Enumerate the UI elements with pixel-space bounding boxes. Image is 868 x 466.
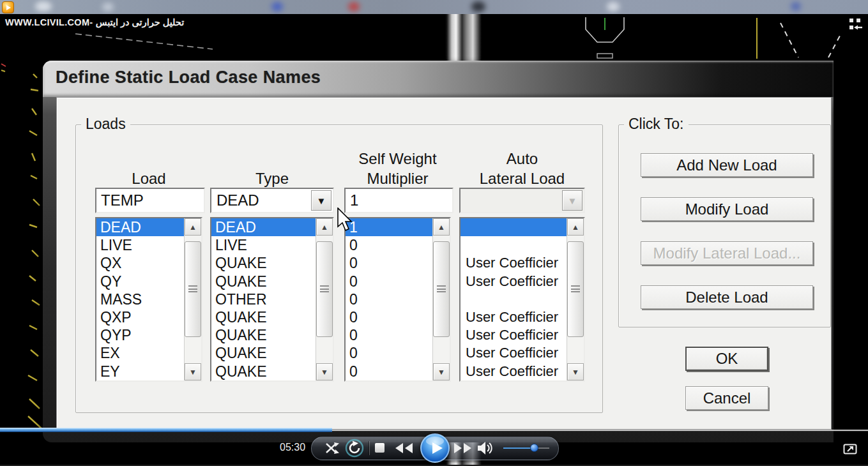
swm-list-item[interactable]: 0 — [346, 363, 433, 380]
type-list-item[interactable]: QUAKE — [211, 363, 316, 380]
player-app-icon[interactable] — [2, 1, 14, 13]
self-weight-multiplier-input[interactable] — [344, 188, 453, 213]
volume-mute-button[interactable] — [478, 441, 496, 455]
swm-list-item[interactable]: 0 — [346, 344, 433, 362]
scroll-down-icon[interactable]: ▼ — [185, 363, 201, 380]
column-header-auto-lateral-load: Auto Lateral Load — [459, 149, 585, 188]
scrollbar-thumb[interactable] — [316, 241, 333, 337]
auto-list-item[interactable]: User Coefficier — [461, 326, 567, 344]
swm-list-item[interactable]: 0 — [346, 290, 433, 308]
scroll-down-icon[interactable]: ▼ — [316, 363, 333, 380]
swm-list-item[interactable]: 0 — [346, 254, 433, 272]
titlebar-blur-decor — [35, 1, 52, 11]
load-list-scrollbar[interactable]: ▲ ▼ — [184, 218, 201, 380]
ok-button[interactable]: OK — [685, 347, 768, 371]
scroll-up-icon[interactable]: ▲ — [433, 218, 450, 236]
auto-lateral-load-combobox-disabled: ▼ — [459, 188, 585, 213]
click-to-button[interactable]: Modify Load — [641, 197, 813, 221]
volume-slider[interactable] — [503, 447, 549, 449]
scrollbar-thumb[interactable] — [567, 241, 584, 337]
scrollbar-thumb[interactable] — [433, 241, 450, 337]
auto-list-item[interactable]: User Coefficier — [461, 273, 567, 290]
load-listbox[interactable]: DEADLIVEQXQYMASSQXPQYPEXEY ▲ ▼ — [95, 217, 202, 382]
type-list-item[interactable]: QUAKE — [211, 308, 316, 326]
fast-forward-button[interactable] — [453, 442, 472, 454]
dialog-content: Loads Load Type Self Weight Multiplier A… — [56, 97, 832, 430]
auto-list-item[interactable] — [461, 290, 567, 308]
loads-groupbox: Loads Load Type Self Weight Multiplier A… — [75, 124, 603, 413]
shuffle-icon[interactable] — [325, 442, 340, 455]
type-list-scrollbar[interactable]: ▲ ▼ — [316, 218, 333, 380]
load-list-item[interactable]: EY — [96, 363, 185, 380]
load-list-item[interactable]: QXP — [96, 308, 185, 326]
load-list-item[interactable]: QYP — [96, 326, 185, 344]
scroll-up-icon[interactable]: ▲ — [185, 218, 201, 236]
controls-divider — [369, 441, 370, 455]
column-header-type: Type — [210, 169, 334, 188]
header-line: Auto — [459, 149, 585, 169]
swm-list-item[interactable]: 0 — [346, 273, 433, 290]
play-button[interactable] — [420, 433, 450, 463]
auto-list-item[interactable] — [461, 218, 567, 236]
rewind-button[interactable] — [395, 442, 414, 454]
type-list-item[interactable]: QUAKE — [211, 344, 316, 362]
loads-group-label: Loads — [81, 116, 130, 133]
load-list-item[interactable]: LIVE — [96, 236, 185, 254]
volume-slider-knob[interactable] — [530, 444, 538, 452]
fullscreen-button[interactable] — [843, 442, 858, 455]
chevron-down-icon: ▼ — [562, 190, 582, 211]
player-controls-bar — [311, 437, 559, 460]
scrollbar-thumb[interactable] — [185, 241, 201, 337]
auto-list-item[interactable]: User Coefficier — [461, 363, 567, 380]
scroll-up-icon[interactable]: ▲ — [567, 218, 584, 236]
type-list-item[interactable]: QUAKE — [211, 273, 316, 290]
auto-list-item[interactable]: User Coefficier — [461, 254, 567, 272]
swm-list-item[interactable]: 0 — [346, 326, 433, 344]
titlebar-blur-decor — [791, 2, 801, 11]
auto-lateral-load-listbox[interactable]: User CoefficierUser CoefficierUser Coeff… — [459, 217, 585, 382]
type-list-item[interactable]: DEAD — [211, 218, 316, 236]
swm-list-item[interactable]: 1 — [346, 218, 433, 236]
self-weight-multiplier-listbox[interactable]: 100000000 ▲ ▼ — [344, 217, 451, 382]
load-type-value: DEAD — [217, 192, 259, 209]
auto-list-scrollbar[interactable]: ▲ ▼ — [567, 218, 584, 380]
click-to-button[interactable]: Add New Load — [641, 153, 813, 177]
type-listbox[interactable]: DEADLIVEQUAKEQUAKEOTHERQUAKEQUAKEQUAKEQU… — [210, 217, 334, 382]
playback-time: 05:30 — [280, 442, 307, 453]
swm-list-scrollbar[interactable]: ▲ ▼ — [432, 218, 450, 380]
swm-list-item[interactable]: 0 — [346, 308, 433, 326]
load-name-input[interactable] — [95, 188, 205, 213]
play-icon — [432, 442, 443, 454]
column-header-load: Load — [95, 169, 202, 188]
type-list-item[interactable]: QUAKE — [211, 326, 316, 344]
load-type-combobox[interactable]: DEAD ▼ — [210, 188, 334, 213]
auto-list-item[interactable] — [461, 236, 567, 254]
load-list-item[interactable]: QX — [96, 254, 185, 272]
watermark-text: WWW.LCIVIL.COM- تحليل حرارتى در ايتبس — [5, 17, 184, 27]
scroll-down-icon[interactable]: ▼ — [567, 363, 584, 380]
click-to-groupbox: Click To: Add New LoadModify LoadModify … — [618, 124, 831, 327]
click-to-button: Modify Lateral Load... — [641, 241, 813, 265]
auto-list-item[interactable]: User Coefficier — [461, 308, 567, 326]
cancel-button[interactable]: Cancel — [685, 386, 768, 410]
stop-button[interactable] — [375, 443, 385, 453]
type-list-item[interactable]: QUAKE — [211, 254, 316, 272]
auto-list-item[interactable]: User Coefficier — [461, 344, 567, 362]
window-titlebar[interactable] — [0, 0, 868, 14]
dialog-titlebar[interactable]: Define Static Load Case Names — [43, 61, 834, 97]
dialog-define-static-load-case-names: Define Static Load Case Names Loads Load… — [43, 61, 834, 442]
repeat-icon[interactable] — [345, 439, 364, 458]
type-list-item[interactable]: LIVE — [211, 236, 316, 254]
scroll-down-icon[interactable]: ▼ — [433, 363, 450, 380]
load-list-item[interactable]: QY — [96, 273, 185, 290]
swm-list-item[interactable]: 0 — [346, 236, 433, 254]
load-list-item[interactable]: DEAD — [96, 218, 185, 236]
scroll-up-icon[interactable]: ▲ — [316, 218, 333, 236]
load-list-item[interactable]: MASS — [96, 290, 185, 308]
chevron-down-icon[interactable]: ▼ — [311, 190, 331, 211]
load-list-item[interactable]: EX — [96, 344, 185, 362]
click-to-button[interactable]: Delete Load — [641, 285, 813, 309]
play-glyph-icon — [6, 5, 11, 10]
type-list-item[interactable]: OTHER — [211, 290, 316, 308]
grid-arrange-icon[interactable] — [849, 18, 863, 32]
